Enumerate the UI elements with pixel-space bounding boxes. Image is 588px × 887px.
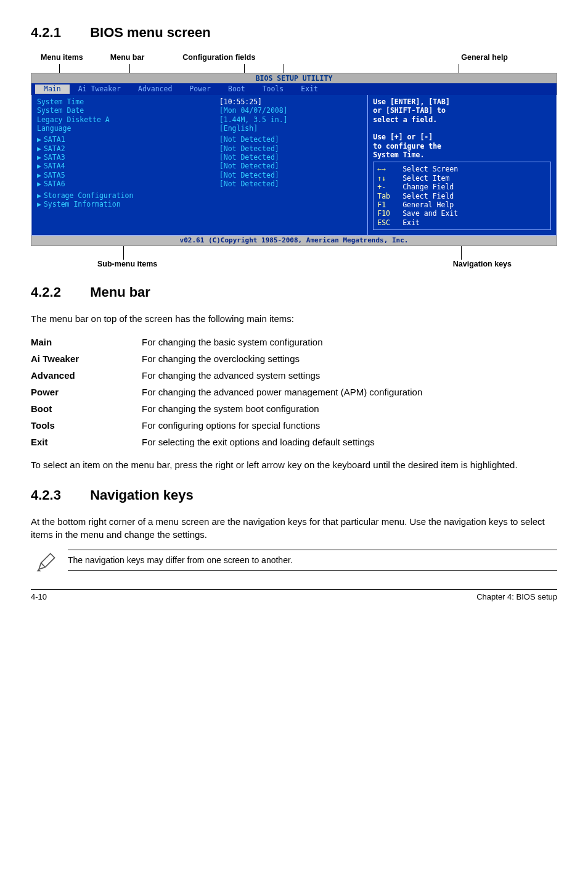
table-row: ToolsFor configuring options for special…: [31, 417, 557, 434]
section-title-3: Navigation keys: [90, 487, 194, 503]
bottom-labels-row: Sub-menu items Navigation keys: [31, 260, 557, 268]
bios-tab-boot[interactable]: Boot: [219, 85, 254, 93]
bios-nav-keys: ←→ Select Screen ↑↓ Select Item +- Chang…: [373, 162, 551, 230]
menubar-outro: To select an item on the menu bar, press…: [31, 459, 557, 471]
section-heading-2: 4.2.2 Menu bar: [31, 284, 557, 300]
label-general-help: General help: [461, 53, 508, 62]
bios-left-pane: System Time[10:55:25] System Date[Mon 04…: [31, 95, 368, 236]
bios-row-sata[interactable]: ▶SATA2[Not Detected]: [37, 144, 362, 153]
top-labels-row: Menu items Menu bar Configuration fields…: [31, 53, 557, 62]
bios-row[interactable]: System Time[10:55:25]: [37, 97, 362, 106]
navkeys-text: At the bottom right corner of a menu scr…: [31, 516, 557, 541]
submenu-arrow-icon: ▶: [37, 144, 41, 153]
section-title-1: BIOS menu screen: [90, 25, 211, 40]
arrow-lr-icon: ←→: [377, 165, 398, 173]
label-menu-items: Menu items: [41, 53, 83, 62]
section-heading-3: 4.2.3 Navigation keys: [31, 487, 557, 503]
bios-tab-tools[interactable]: Tools: [254, 85, 293, 93]
submenu-arrow-icon: ▶: [37, 162, 41, 170]
table-row: ExitFor selecting the exit options and l…: [31, 434, 557, 450]
label-config-fields: Configuration fields: [182, 53, 255, 62]
bios-menubar: Main Ai Tweaker Advanced Power Boot Tool…: [31, 83, 557, 94]
submenu-arrow-icon: ▶: [37, 135, 41, 144]
footer-right: Chapter 4: BIOS setup: [476, 592, 557, 601]
bios-row[interactable]: System Date[Mon 04/07/2008]: [37, 106, 362, 115]
top-connectors: [37, 64, 551, 73]
page-footer: 4-10 Chapter 4: BIOS setup: [31, 589, 557, 601]
svg-marker-0: [39, 553, 55, 569]
section-num-1: 4.2.1: [31, 25, 86, 41]
bios-row-sata[interactable]: ▶SATA4[Not Detected]: [37, 162, 362, 170]
label-menu-bar: Menu bar: [110, 53, 145, 62]
bios-row-submenu[interactable]: ▶System Information: [37, 200, 362, 208]
pencil-note-icon: [36, 551, 57, 572]
bios-screenshot: BIOS SETUP UTILITY Main Ai Tweaker Advan…: [31, 73, 557, 246]
bios-title: BIOS SETUP UTILITY: [31, 73, 557, 83]
submenu-arrow-icon: ▶: [37, 179, 41, 188]
bios-tab-power[interactable]: Power: [181, 85, 219, 93]
table-row: AdvancedFor changing the advanced system…: [31, 367, 557, 384]
bios-row[interactable]: Language[English]: [37, 124, 362, 133]
menubar-intro: The menu bar on top of the screen has th…: [31, 313, 557, 325]
bios-row-sata[interactable]: ▶SATA3[Not Detected]: [37, 153, 362, 162]
note-box: The navigation keys may differ from one …: [68, 550, 557, 571]
bios-row-sata[interactable]: ▶SATA1[Not Detected]: [37, 135, 362, 144]
bios-row-submenu[interactable]: ▶Storage Configuration: [37, 191, 362, 200]
table-row: Ai TweakerFor changing the overclocking …: [31, 350, 557, 367]
submenu-arrow-icon: ▶: [37, 153, 41, 162]
section-heading-1: 4.2.1 BIOS menu screen: [31, 25, 557, 41]
section-num-3: 4.2.3: [31, 487, 86, 503]
bios-footer: v02.61 (C)Copyright 1985-2008, American …: [31, 236, 557, 245]
table-row: MainFor changing the basic system config…: [31, 334, 557, 350]
table-row: PowerFor changing the advanced power man…: [31, 384, 557, 400]
arrow-ud-icon: ↑↓: [377, 174, 398, 183]
bottom-connectors: [37, 246, 551, 260]
label-sub-menu: Sub-menu items: [97, 260, 157, 268]
bios-tab-aitweaker[interactable]: Ai Tweaker: [70, 85, 129, 93]
definitions-table: MainFor changing the basic system config…: [31, 334, 557, 450]
svg-line-1: [41, 563, 46, 567]
section-title-2: Menu bar: [90, 284, 150, 300]
submenu-arrow-icon: ▶: [37, 191, 41, 200]
bios-tab-advanced[interactable]: Advanced: [129, 85, 181, 93]
table-row: BootFor changing the system boot configu…: [31, 400, 557, 417]
bios-row[interactable]: Legacy Diskette A[1.44M, 3.5 in.]: [37, 115, 362, 124]
footer-left: 4-10: [31, 592, 47, 601]
section-num-2: 4.2.2: [31, 284, 86, 300]
submenu-arrow-icon: ▶: [37, 200, 41, 208]
bios-tab-main[interactable]: Main: [35, 85, 70, 93]
bios-row-sata[interactable]: ▶SATA6[Not Detected]: [37, 179, 362, 188]
bios-row-sata[interactable]: ▶SATA5[Not Detected]: [37, 171, 362, 179]
note-text: The navigation keys may differ from one …: [68, 555, 293, 565]
label-nav-keys: Navigation keys: [453, 260, 512, 268]
bios-help-text: Use [ENTER], [TAB] or [SHIFT-TAB] to sel…: [373, 97, 551, 160]
bios-tab-exit[interactable]: Exit: [292, 85, 327, 93]
submenu-arrow-icon: ▶: [37, 171, 41, 179]
